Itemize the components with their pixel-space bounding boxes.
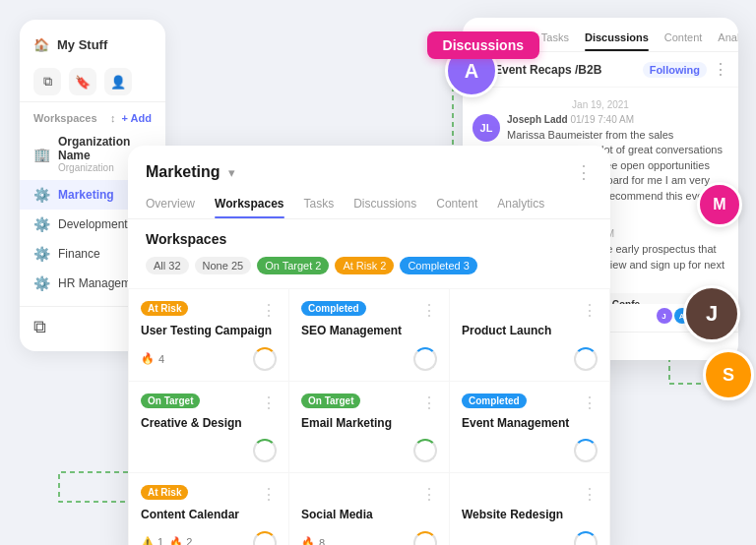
workspaces-section-title: Workspaces	[33, 112, 97, 124]
filter-none[interactable]: None 25	[195, 257, 252, 274]
main-title: Marketing	[146, 163, 220, 181]
float-avatar-3: J	[683, 285, 740, 342]
card-footer-2	[301, 347, 437, 371]
card-more-8[interactable]: ⋮	[421, 485, 437, 504]
card-name-7: Content Calendar	[141, 508, 277, 523]
ws-card-content-calendar: At Risk ⋮ Content Calendar ⚠️ 1 🔥 2	[129, 473, 289, 545]
tab-analytics[interactable]: Analytics	[710, 28, 738, 51]
badge-at-risk-1: At Risk	[141, 301, 188, 316]
card-more-7[interactable]: ⋮	[261, 485, 277, 504]
date-divider-1: Jan 19, 2021	[472, 99, 728, 110]
card-more-3[interactable]: ⋮	[582, 301, 598, 320]
sidebar-icons-row: ⧉ 🔖 👤	[20, 62, 165, 102]
float-avatar-4-inner: S	[706, 352, 751, 397]
header-more-icon[interactable]: ⋮	[713, 60, 728, 79]
sort-icon[interactable]: ↕	[110, 112, 116, 124]
card-more-6[interactable]: ⋮	[582, 394, 598, 412]
workspaces-title: Workspaces	[146, 231, 593, 247]
badge-on-target-4: On Target	[141, 394, 200, 408]
card-footer-7: ⚠️ 1 🔥 2	[141, 531, 277, 545]
card-top-6: Completed ⋮	[462, 394, 598, 412]
ws-card-creative: On Target ⋮ Creative & Design	[129, 382, 289, 474]
nav-analytics[interactable]: Analytics	[487, 193, 554, 218]
discussions-badge: Discussions	[427, 31, 539, 59]
nav-tasks[interactable]: Tasks	[294, 193, 345, 218]
card-footer-6	[462, 439, 598, 462]
card-more-2[interactable]: ⋮	[421, 301, 437, 320]
card-more-5[interactable]: ⋮	[421, 394, 437, 412]
sidebar-home-item[interactable]: 🏠 My Stuff	[20, 33, 165, 62]
card-top-3: ⋮	[462, 301, 598, 320]
card-more-1[interactable]: ⋮	[261, 301, 277, 320]
card-name-6: Event Management	[462, 416, 598, 432]
thread-title: Event Recaps /B2B	[494, 63, 637, 77]
card-top-5: On Target ⋮	[301, 394, 437, 412]
nav-discussions[interactable]: Discussions	[344, 193, 426, 218]
progress-circle-4	[253, 439, 277, 462]
card-name-5: Email Marketing	[301, 416, 437, 432]
card-name-2: SEO Management	[301, 324, 437, 339]
ws-card-product-launch: ⋮ Product Launch	[450, 289, 610, 382]
message-author-1: Joseph Ladd	[507, 114, 568, 125]
card-more-9[interactable]: ⋮	[582, 485, 598, 504]
card-name-1: User Testing Campaign	[141, 324, 277, 339]
card-indicator-1: 🔥 4	[141, 352, 164, 365]
sidebar-org-label: Organization Name	[58, 135, 130, 162]
workspaces-section: Workspaces All 32 None 25 On Target 2 At…	[128, 219, 610, 274]
nav-workspaces[interactable]: Workspaces	[205, 193, 293, 218]
card-top-2: Completed ⋮	[301, 301, 437, 320]
card-indicator-8: 🔥 8	[301, 536, 325, 545]
progress-circle-7	[253, 531, 277, 545]
badge-on-target-5: On Target	[301, 394, 360, 408]
ws-card-event: Completed ⋮ Event Management	[450, 382, 610, 474]
ws-card-user-testing: At Risk ⋮ User Testing Campaign 🔥 4	[129, 289, 289, 382]
dev-icon: ⚙️	[33, 216, 50, 232]
float-avatar-2: M	[697, 182, 742, 227]
card-top-7: At Risk ⋮	[141, 485, 277, 504]
card-top-4: On Target ⋮	[141, 394, 277, 412]
following-badge[interactable]: Following	[643, 62, 707, 78]
progress-circle-8	[413, 531, 437, 545]
layers-icon[interactable]: ⧉	[33, 68, 61, 95]
tab-discussions[interactable]: Discussions	[577, 28, 657, 51]
filter-on-target[interactable]: On Target 2	[257, 257, 329, 274]
avatar-joseph-inner: JL	[472, 114, 500, 142]
home-icon: 🏠	[33, 37, 49, 52]
add-workspace-button[interactable]: + Add	[122, 112, 152, 124]
float-avatar-3-inner: J	[686, 288, 737, 339]
ws-card-website: ⋮ Website Redesign	[450, 473, 610, 545]
title-chevron-icon[interactable]: ▾	[228, 165, 235, 180]
nav-overview[interactable]: Overview	[146, 193, 205, 218]
filter-at-risk[interactable]: At Risk 2	[335, 257, 394, 274]
message-meta-1: Joseph Ladd 01/19 7:40 AM	[507, 114, 728, 125]
workspaces-label: Workspaces ↕ + Add	[20, 102, 165, 128]
hr-icon: ⚙️	[33, 275, 50, 291]
card-footer-1: 🔥 4	[141, 347, 277, 371]
card-name-3: Product Launch	[462, 324, 598, 339]
marketing-icon: ⚙️	[33, 187, 50, 203]
filter-completed[interactable]: Completed 3	[400, 257, 476, 274]
reaction-avatar-1: J	[655, 306, 674, 326]
ws-card-email: On Target ⋮ Email Marketing	[289, 382, 450, 474]
float-avatar-4: S	[703, 349, 754, 400]
card-footer-3	[462, 347, 598, 371]
card-footer-9	[462, 531, 598, 545]
tab-tasks[interactable]: Tasks	[534, 28, 577, 51]
badge-at-risk-7: At Risk	[141, 485, 188, 500]
bookmark-icon[interactable]: 🔖	[69, 68, 96, 95]
nav-content[interactable]: Content	[426, 193, 487, 218]
person-icon[interactable]: 👤	[104, 68, 132, 95]
main-panel-header: Marketing ▾ ⋮	[128, 146, 610, 183]
card-more-4[interactable]: ⋮	[261, 394, 277, 412]
progress-circle-5	[413, 439, 437, 462]
float-avatar-2-inner: M	[700, 185, 739, 224]
main-header-more-icon[interactable]: ⋮	[575, 161, 593, 183]
sidebar-actions: ↕ + Add	[110, 112, 152, 124]
avatar-joseph: JL	[472, 114, 500, 142]
progress-circle-6	[574, 439, 598, 462]
tab-content[interactable]: Content	[657, 28, 711, 51]
main-nav: Overview Workspaces Tasks Discussions Co…	[128, 183, 610, 219]
main-panel: Marketing ▾ ⋮ Overview Workspaces Tasks …	[128, 146, 610, 545]
filter-all[interactable]: All 32	[146, 257, 189, 274]
progress-circle-1	[253, 347, 277, 371]
